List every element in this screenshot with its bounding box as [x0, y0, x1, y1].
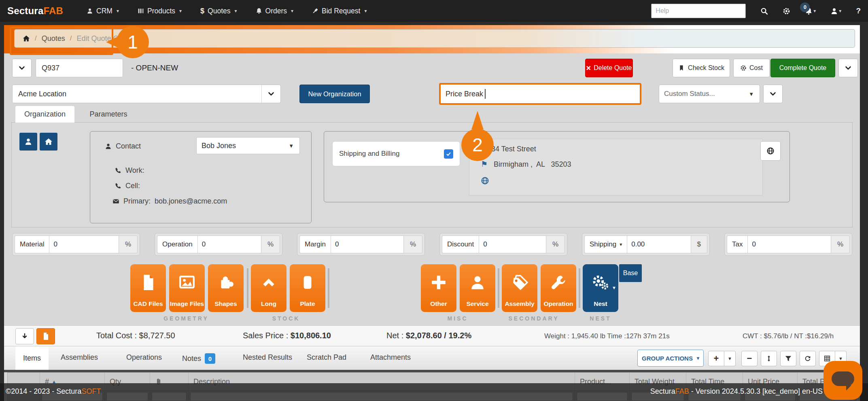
tab-operations[interactable]: Operations	[126, 353, 162, 362]
help-search-input[interactable]	[651, 4, 746, 18]
add-item-button[interactable]: +	[708, 351, 724, 366]
tab-organization[interactable]: Organization	[15, 106, 74, 123]
status-dropdown-button[interactable]	[763, 85, 783, 103]
margin-input[interactable]: 0	[331, 236, 404, 253]
address-view-button[interactable]	[40, 133, 57, 151]
menu-quotes[interactable]: $ Quotes▾	[200, 7, 237, 15]
tile-shapes-label: Shapes	[214, 300, 237, 308]
cost-button[interactable]: Cost	[733, 59, 770, 77]
work-label: Work:	[125, 166, 144, 175]
shipping-input[interactable]: 0.00	[627, 236, 691, 253]
caret-down-icon: ▼	[728, 356, 732, 361]
map-button[interactable]	[760, 141, 781, 161]
app-logo[interactable]: SecturaFAB	[7, 5, 63, 17]
chevron-up-icon	[260, 274, 277, 291]
menu-crm[interactable]: CRM▾	[87, 7, 119, 15]
brand-highlight: FAB	[675, 387, 689, 395]
caret-down-icon: ▾	[291, 8, 293, 14]
search-button[interactable]	[760, 7, 768, 15]
tile-plate[interactable]: Plate	[290, 264, 325, 312]
tab-nested-results[interactable]: Nested Results	[243, 353, 292, 362]
shipping-and-billing-box: Shipping and Billing	[332, 141, 460, 166]
tile-cad-files[interactable]: CAD Files	[130, 264, 166, 312]
user-icon	[24, 138, 32, 146]
location-select[interactable]: Acme Location	[12, 85, 281, 103]
tax-label: Tax	[727, 236, 747, 253]
base-button[interactable]: Base	[619, 264, 642, 282]
caption-secondary: SECONDARY	[509, 315, 559, 322]
filter-button[interactable]	[780, 351, 796, 366]
callout-2-marker: 2	[461, 129, 494, 161]
contact-card: Contact Bob Jones ▼ Work: Cell: Primary:…	[90, 131, 312, 223]
net-text: Net : $2,078.60 / 19.2%	[386, 331, 471, 340]
discount-input[interactable]: 0	[479, 236, 546, 253]
globe-icon[interactable]	[481, 176, 489, 185]
quote-actions-dropdown-button[interactable]	[838, 59, 858, 77]
tab-parameters-label: Parameters	[89, 110, 127, 119]
tab-scratch-pad[interactable]: Scratch Pad	[307, 353, 346, 362]
location-select-value: Acme Location	[13, 90, 261, 98]
tab-items[interactable]: Items	[15, 346, 49, 370]
file-icon	[140, 274, 157, 291]
tab-attachments[interactable]: Attachments	[370, 353, 411, 362]
account-button[interactable]: ▾	[830, 7, 841, 15]
chevron-down-icon	[845, 64, 852, 72]
tile-operation[interactable]: Operation	[541, 264, 576, 312]
tile-assembly[interactable]: Assembly	[502, 264, 537, 312]
menu-orders[interactable]: Orders▾	[256, 7, 294, 15]
primary-label: Primary:	[123, 197, 151, 206]
delete-quote-button[interactable]: × Delete Quote	[585, 59, 633, 77]
contact-view-button[interactable]	[19, 133, 37, 151]
quote-number-input[interactable]	[36, 59, 123, 77]
discount-group: Discount 0 %	[439, 233, 567, 256]
quote-number-dropdown-button[interactable]	[12, 59, 32, 77]
notifications-button[interactable]: 0 ▾	[805, 7, 816, 15]
chat-button[interactable]	[823, 361, 862, 400]
menu-bid-request[interactable]: Bid Request▾	[312, 7, 367, 15]
caret-down-icon: ▼	[838, 356, 843, 361]
tab-parameters[interactable]: Parameters	[81, 106, 136, 122]
remove-item-button[interactable]: −	[741, 351, 758, 366]
add-item-dropdown-button[interactable]: ▼	[724, 351, 736, 366]
reorder-button[interactable]	[761, 351, 777, 366]
custom-status-select[interactable]: Custom Status... ▼	[659, 85, 760, 103]
settings-button[interactable]	[783, 7, 790, 15]
tile-other[interactable]: Other	[421, 264, 456, 312]
tile-operation-label: Operation	[543, 300, 573, 308]
totals-expand-button[interactable]	[15, 328, 34, 344]
version-text: SecturaFAB - Version 2024.5.30.3 [kec_de…	[650, 387, 823, 396]
refresh-button[interactable]	[800, 351, 816, 366]
new-organization-button[interactable]: New Organization	[299, 85, 370, 103]
operation-input[interactable]: 0	[197, 236, 261, 253]
quote-name-input[interactable]: Price Break	[441, 85, 640, 103]
shipping-and-billing-checkbox[interactable]	[444, 149, 453, 159]
caret-down-icon: ▾	[697, 355, 699, 361]
caret-down-icon: ▾	[813, 8, 816, 14]
tile-nest[interactable]: ▼ Nest	[583, 264, 618, 312]
check-stock-button[interactable]: Check Stock	[673, 59, 730, 77]
plate-icon	[299, 274, 316, 291]
contact-email: bob.jones@acme.com	[155, 197, 227, 206]
tile-shapes[interactable]: Shapes	[208, 264, 244, 312]
shipping-dropdown-label[interactable]: Shipping▾	[584, 236, 627, 253]
tax-input[interactable]: 0	[747, 236, 831, 253]
material-input[interactable]: 0	[49, 236, 119, 253]
tile-long[interactable]: Long	[251, 264, 287, 312]
breadcrumb-quotes[interactable]: Quotes	[42, 34, 65, 43]
tile-service[interactable]: Service	[460, 264, 495, 312]
menu-products[interactable]: Products▾	[138, 7, 182, 15]
help-button[interactable]: ?	[856, 6, 861, 15]
shipping-suffix: $	[691, 236, 707, 253]
contact-select[interactable]: Bob Jones ▼	[196, 137, 300, 154]
home-icon[interactable]	[23, 35, 30, 42]
complete-quote-button[interactable]: Complete Quote	[770, 59, 835, 77]
group-actions-button[interactable]: GROUP ACTIONS▾	[637, 350, 704, 367]
phone-icon	[115, 167, 121, 174]
tab-assemblies[interactable]: Assemblies	[61, 353, 98, 362]
home-icon	[45, 138, 53, 146]
tile-image-files[interactable]: Image Files	[169, 264, 205, 312]
x-icon: ×	[586, 64, 591, 72]
quote-document-button[interactable]	[36, 328, 55, 344]
callout-1-number: 1	[127, 31, 138, 53]
tab-notes[interactable]: Notes0	[182, 353, 215, 364]
